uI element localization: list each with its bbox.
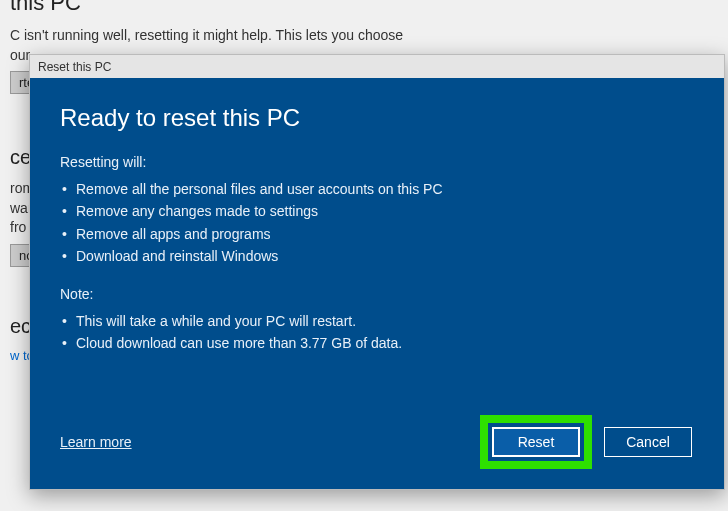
window-title: Reset this PC — [38, 60, 111, 74]
list-item: Cloud download can use more than 3.77 GB… — [60, 332, 692, 354]
list-item: Download and reinstall Windows — [60, 245, 692, 267]
dialog-footer: Learn more Reset Cancel — [60, 415, 692, 469]
list-item: Remove all the personal files and user a… — [60, 178, 692, 200]
learn-more-link[interactable]: Learn more — [60, 434, 132, 450]
resetting-will-label: Resetting will: — [60, 154, 692, 170]
resetting-list: Remove all the personal files and user a… — [60, 178, 692, 268]
list-item: This will take a while and your PC will … — [60, 310, 692, 332]
dialog-titlebar: Reset this PC — [29, 54, 725, 78]
bg-text: C isn't running well, resetting it might… — [10, 26, 718, 46]
note-list: This will take a while and your PC will … — [60, 310, 692, 355]
bg-heading: this PC — [10, 0, 718, 16]
dialog-title: Ready to reset this PC — [60, 104, 692, 132]
list-item: Remove all apps and programs — [60, 223, 692, 245]
reset-button[interactable]: Reset — [492, 427, 580, 457]
button-group: Reset Cancel — [480, 415, 692, 469]
highlight-annotation: Reset — [480, 415, 592, 469]
note-label: Note: — [60, 286, 692, 302]
cancel-button[interactable]: Cancel — [604, 427, 692, 457]
reset-pc-dialog: Ready to reset this PC Resetting will: R… — [29, 78, 725, 490]
list-item: Remove any changes made to settings — [60, 200, 692, 222]
